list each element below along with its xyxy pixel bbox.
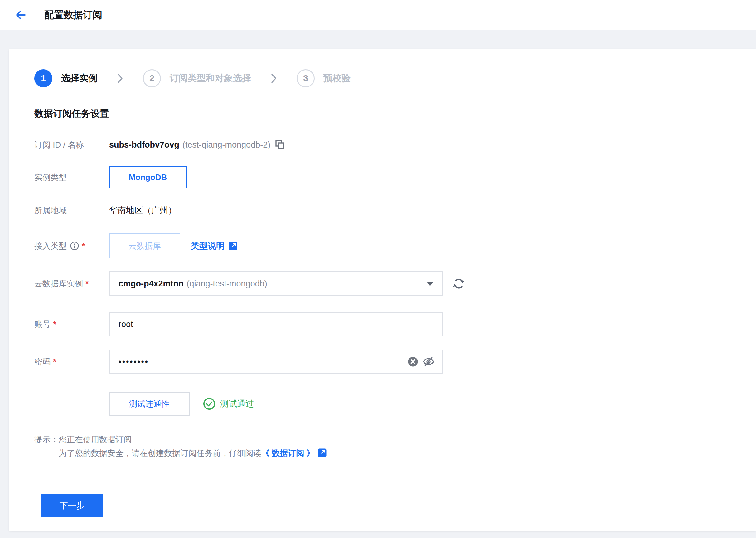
data-subscription-doc-link[interactable]: 《 数据订阅 》: [261, 449, 314, 458]
notice-line2-text: 为了您的数据安全，请在创建数据订阅任务前，仔细阅读: [59, 449, 261, 458]
row-account: 账号 *: [34, 312, 740, 336]
type-description-link-text: 类型说明: [191, 240, 224, 251]
step-2-subscription-type: 2 订阅类型和对象选择: [143, 69, 251, 87]
row-access-type: 接入类型 * 云数据库 类型说明: [34, 234, 740, 258]
clear-icon: [407, 356, 418, 367]
access-type-label: 接入类型 *: [34, 241, 109, 251]
row-subscription-id: 订阅 ID / 名称 subs-bdfobv7ovg (test-qiang-m…: [34, 138, 740, 151]
cloud-instance-selected-id: cmgo-p4x2mtnn: [118, 279, 184, 289]
region-value: 华南地区（广州）: [109, 205, 176, 216]
step-2-circle: 2: [143, 69, 161, 87]
cloud-instance-label-text: 云数据库实例: [34, 278, 83, 289]
step-1-circle: 1: [34, 69, 52, 87]
clear-password-button[interactable]: [407, 356, 418, 367]
subscription-id-text: subs-bdfobv7ovg: [109, 140, 179, 150]
cloud-instance-select[interactable]: cmgo-p4x2mtnn (qiang-test-mongodb): [109, 272, 443, 296]
instance-type-label: 实例类型: [34, 172, 109, 183]
row-cloud-instance: 云数据库实例 * cmgo-p4x2mtnn (qiang-test-mongo…: [34, 272, 740, 296]
subscription-id-label: 订阅 ID / 名称: [34, 139, 109, 150]
notice: 提示： 您正在使用数据订阅 为了您的数据安全，请在创建数据订阅任务前，仔细阅读《…: [34, 433, 740, 460]
region-label: 所属地域: [34, 205, 109, 216]
row-password: 密码 *: [34, 350, 740, 374]
step-3-label: 预校验: [323, 72, 351, 84]
info-icon[interactable]: [70, 241, 79, 250]
access-type-cloud-db-button[interactable]: 云数据库: [109, 234, 180, 258]
eye-off-icon: [422, 355, 435, 368]
step-1-select-instance: 1 选择实例: [34, 69, 97, 87]
refresh-button[interactable]: [452, 277, 465, 290]
row-region: 所属地域 华南地区（广州）: [34, 204, 740, 217]
page-title: 配置数据订阅: [44, 8, 102, 22]
step-chevron-icon: [270, 73, 277, 84]
test-status: 测试通过: [203, 397, 254, 410]
access-type-label-text: 接入类型: [34, 241, 67, 251]
test-status-text: 测试通过: [220, 398, 254, 409]
password-label-text: 密码: [34, 356, 51, 367]
next-step-button[interactable]: 下一步: [41, 494, 103, 517]
step-2-label: 订阅类型和对象选择: [170, 72, 251, 84]
password-input[interactable]: [109, 350, 443, 374]
subscription-name-text: (test-qiang-mongodb-2): [182, 140, 270, 150]
divider: [34, 476, 756, 476]
step-3-precheck: 3 预校验: [297, 69, 351, 87]
step-chevron-icon: [117, 73, 123, 84]
required-mark: *: [53, 357, 56, 367]
chevron-down-icon: [427, 282, 434, 286]
account-label-text: 账号: [34, 319, 51, 330]
back-arrow-icon: [14, 9, 27, 21]
row-instance-type: 实例类型 MongoDB: [34, 166, 740, 188]
notice-line2: 为了您的数据安全，请在创建数据订阅任务前，仔细阅读《 数据订阅 》: [59, 446, 327, 460]
notice-line1: 您正在使用数据订阅: [59, 433, 327, 446]
page-header: 配置数据订阅: [0, 0, 756, 29]
row-connectivity-test: 测试连通性 测试通过: [34, 392, 740, 416]
password-label: 密码 *: [34, 356, 109, 367]
external-link-icon: [228, 241, 238, 250]
copy-icon: [275, 140, 285, 150]
notice-prefix: 提示：: [34, 433, 59, 460]
step-3-circle: 3: [297, 69, 315, 87]
password-field: [109, 350, 443, 374]
external-link-icon: [317, 448, 327, 457]
required-mark: *: [82, 241, 85, 251]
toggle-password-visibility-button[interactable]: [422, 355, 435, 368]
step-indicator: 1 选择实例 2 订阅类型和对象选择 3 预校验: [34, 69, 740, 87]
back-button[interactable]: [13, 8, 28, 23]
notice-body: 您正在使用数据订阅 为了您的数据安全，请在创建数据订阅任务前，仔细阅读《 数据订…: [59, 433, 327, 460]
subscription-form: 订阅 ID / 名称 subs-bdfobv7ovg (test-qiang-m…: [34, 138, 740, 416]
section-title: 数据订阅任务设置: [34, 108, 740, 119]
refresh-icon: [452, 277, 465, 290]
account-input[interactable]: [109, 312, 443, 336]
instance-type-mongodb-button[interactable]: MongoDB: [109, 166, 186, 188]
copy-button[interactable]: [275, 140, 285, 150]
step-1-label: 选择实例: [61, 72, 97, 84]
account-label: 账号 *: [34, 319, 109, 330]
subscription-id-value: subs-bdfobv7ovg (test-qiang-mongodb-2): [109, 140, 285, 150]
type-description-link[interactable]: 类型说明: [191, 240, 238, 251]
required-mark: *: [53, 320, 56, 329]
cloud-instance-label: 云数据库实例 *: [34, 278, 109, 289]
cloud-instance-selected-name: (qiang-test-mongodb): [187, 279, 267, 289]
check-circle-icon: [203, 397, 216, 410]
test-connectivity-button[interactable]: 测试连通性: [109, 392, 190, 416]
wizard-card: 1 选择实例 2 订阅类型和对象选择 3 预校验 数据订阅任务设置 订阅 ID …: [9, 49, 756, 530]
required-mark: *: [85, 279, 89, 289]
